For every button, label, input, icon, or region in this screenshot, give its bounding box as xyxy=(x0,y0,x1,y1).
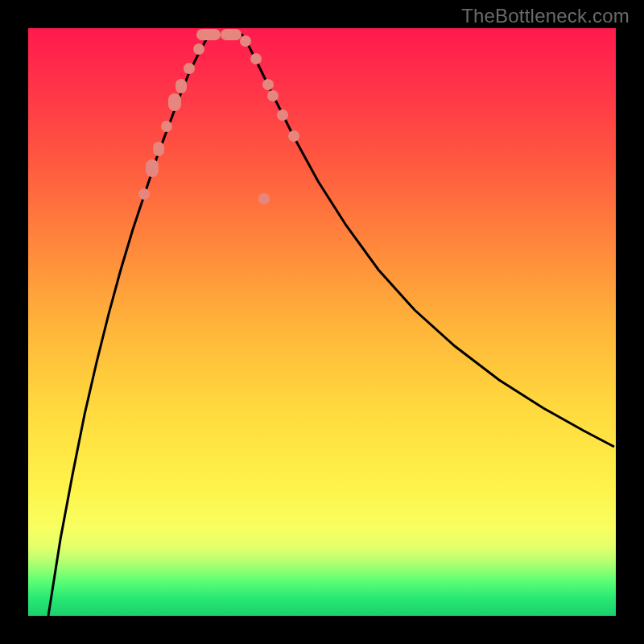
curve-left-branch xyxy=(48,34,209,616)
data-marker xyxy=(175,79,187,93)
data-marker xyxy=(288,130,299,142)
data-marker xyxy=(258,193,270,204)
data-marker xyxy=(146,159,159,177)
data-marker xyxy=(240,35,251,47)
bottleneck-curve xyxy=(28,28,616,616)
data-marker xyxy=(161,121,172,132)
data-marker xyxy=(168,93,181,111)
data-marker xyxy=(267,90,279,101)
watermark-text: TheBottleneck.com xyxy=(461,5,630,27)
data-marker xyxy=(250,53,262,64)
data-marker xyxy=(196,29,221,40)
data-marker xyxy=(262,79,274,90)
data-marker xyxy=(153,142,164,156)
chart-frame: TheBottleneck.com xyxy=(0,0,644,644)
data-marker xyxy=(138,188,150,200)
plot-area xyxy=(28,28,616,616)
data-marker xyxy=(193,43,204,55)
data-marker xyxy=(184,63,195,74)
data-marker xyxy=(277,109,288,121)
data-marker xyxy=(221,29,242,40)
curve-right-branch xyxy=(242,34,614,447)
